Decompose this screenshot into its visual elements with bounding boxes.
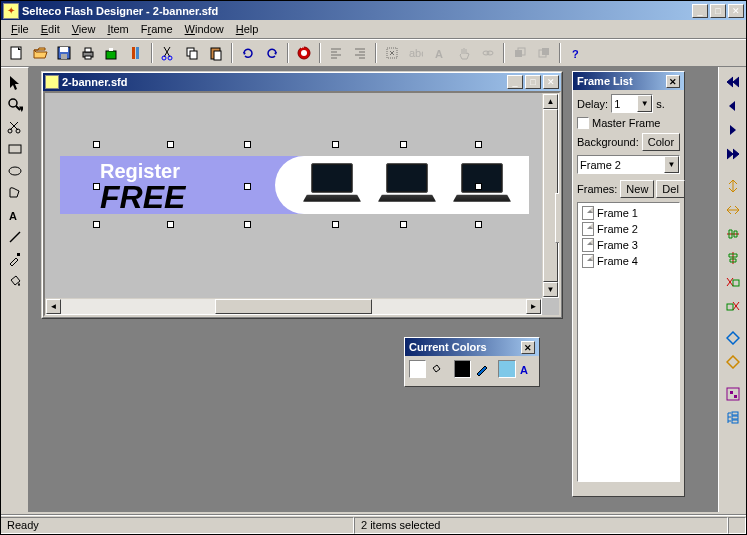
menu-help[interactable]: Help <box>230 21 265 37</box>
maximize-button[interactable]: □ <box>710 4 726 18</box>
text-color-icon[interactable]: A <box>518 360 535 378</box>
copy-button[interactable] <box>181 42 203 64</box>
guide-h-button[interactable] <box>722 175 744 197</box>
colors-panel-close-button[interactable]: ✕ <box>521 341 535 354</box>
selection-handle[interactable] <box>400 141 407 148</box>
save-button[interactable] <box>53 42 75 64</box>
polygon-tool[interactable] <box>4 182 26 204</box>
next-frame-button[interactable] <box>722 119 744 141</box>
align-left-button[interactable] <box>325 42 347 64</box>
tree-view-button[interactable] <box>722 407 744 429</box>
frame-dropdown[interactable]: Frame 2 ▼ <box>577 155 680 174</box>
document-titlebar[interactable]: 2-banner.sfd _ □ ✕ <box>43 73 561 91</box>
align-a-button[interactable] <box>722 271 744 293</box>
import-button[interactable] <box>101 42 123 64</box>
selection-handle[interactable] <box>475 141 482 148</box>
library-button[interactable] <box>125 42 147 64</box>
dropdown-arrow-icon[interactable]: ▼ <box>637 95 652 112</box>
hand-tool-button[interactable] <box>453 42 475 64</box>
close-button[interactable]: ✕ <box>728 4 744 18</box>
document-canvas[interactable]: Register FREE <box>43 91 561 317</box>
text-tool[interactable]: A <box>4 204 26 226</box>
diamond-blue-button[interactable] <box>722 327 744 349</box>
selection-handle[interactable] <box>244 183 251 190</box>
menu-item[interactable]: Item <box>101 21 134 37</box>
group-button[interactable] <box>381 42 403 64</box>
minimize-button[interactable]: _ <box>692 4 708 18</box>
menu-window[interactable]: Window <box>179 21 230 37</box>
selection-handle[interactable] <box>332 141 339 148</box>
line-pen-icon[interactable] <box>473 360 490 378</box>
line-tool[interactable] <box>4 226 26 248</box>
rectangle-tool[interactable] <box>4 138 26 160</box>
colors-panel-title[interactable]: Current Colors ✕ <box>405 338 539 356</box>
dropdown-arrow-icon[interactable]: ▼ <box>664 156 679 173</box>
delay-dropdown[interactable]: 1 ▼ <box>611 94 653 113</box>
layer-down-button[interactable] <box>533 42 555 64</box>
center-v-button[interactable] <box>722 247 744 269</box>
preview-button[interactable] <box>293 42 315 64</box>
menu-frame[interactable]: Frame <box>135 21 179 37</box>
eyedropper-tool[interactable] <box>4 248 26 270</box>
doc-close-button[interactable]: ✕ <box>543 75 559 89</box>
frame-panel-close-button[interactable]: ✕ <box>666 75 680 88</box>
selection-handle[interactable] <box>244 221 251 228</box>
paste-button[interactable] <box>205 42 227 64</box>
selection-handle[interactable] <box>93 221 100 228</box>
align-right-button[interactable] <box>349 42 371 64</box>
menu-edit[interactable]: Edit <box>35 21 66 37</box>
align-b-button[interactable] <box>722 295 744 317</box>
new-button[interactable] <box>5 42 27 64</box>
selection-handle[interactable] <box>93 183 100 190</box>
fill-bucket-icon[interactable] <box>428 360 445 378</box>
diamond-gold-button[interactable] <box>722 351 744 373</box>
selection-handle[interactable] <box>475 183 482 190</box>
frame-panel-title[interactable]: Frame List ✕ <box>573 72 684 90</box>
doc-maximize-button[interactable]: □ <box>525 75 541 89</box>
print-button[interactable] <box>77 42 99 64</box>
cut-button[interactable] <box>157 42 179 64</box>
doc-minimize-button[interactable]: _ <box>507 75 523 89</box>
selection-handle[interactable] <box>244 141 251 148</box>
banner-artwork[interactable]: Register FREE <box>60 156 529 214</box>
scissors-tool[interactable] <box>4 116 26 138</box>
fill-color-swatch[interactable] <box>409 360 426 378</box>
redo-button[interactable] <box>261 42 283 64</box>
bucket-tool[interactable] <box>4 270 26 292</box>
frame-list-item[interactable]: Frame 2 <box>580 221 677 237</box>
abc-button[interactable]: abc <box>405 42 427 64</box>
canvas-splitter[interactable] <box>555 193 561 243</box>
frames-list[interactable]: Frame 1 Frame 2 Frame 3 Frame 4 <box>577 202 680 482</box>
zoom-tool[interactable]: ▾ <box>4 94 26 116</box>
frame-list-item[interactable]: Frame 1 <box>580 205 677 221</box>
selection-handle[interactable] <box>400 221 407 228</box>
new-frame-button[interactable]: New <box>620 180 654 198</box>
status-grip[interactable] <box>728 517 746 534</box>
selection-handle[interactable] <box>332 221 339 228</box>
selection-handle[interactable] <box>475 221 482 228</box>
link-button[interactable] <box>477 42 499 64</box>
frame-list-item[interactable]: Frame 4 <box>580 253 677 269</box>
last-frame-button[interactable] <box>722 143 744 165</box>
pointer-tool[interactable] <box>4 72 26 94</box>
first-frame-button[interactable] <box>722 71 744 93</box>
text-tool-button[interactable]: A <box>429 42 451 64</box>
selection-handle[interactable] <box>93 141 100 148</box>
menu-view[interactable]: View <box>66 21 102 37</box>
menu-file[interactable]: File <box>5 21 35 37</box>
horizontal-scrollbar[interactable]: ◄► <box>45 298 542 315</box>
guide-v-button[interactable] <box>722 199 744 221</box>
object-tree-button[interactable] <box>722 383 744 405</box>
master-frame-checkbox[interactable] <box>577 117 589 129</box>
help-button[interactable]: ? <box>565 42 587 64</box>
ellipse-tool[interactable] <box>4 160 26 182</box>
line-color-swatch[interactable] <box>454 360 471 378</box>
selection-handle[interactable] <box>167 141 174 148</box>
delete-frame-button[interactable]: Del <box>656 180 685 198</box>
text-color-swatch[interactable] <box>498 360 515 378</box>
undo-button[interactable] <box>237 42 259 64</box>
current-colors-panel[interactable]: Current Colors ✕ A <box>404 337 540 387</box>
frame-list-item[interactable]: Frame 3 <box>580 237 677 253</box>
color-button[interactable]: Color <box>642 133 680 151</box>
selection-handle[interactable] <box>167 221 174 228</box>
